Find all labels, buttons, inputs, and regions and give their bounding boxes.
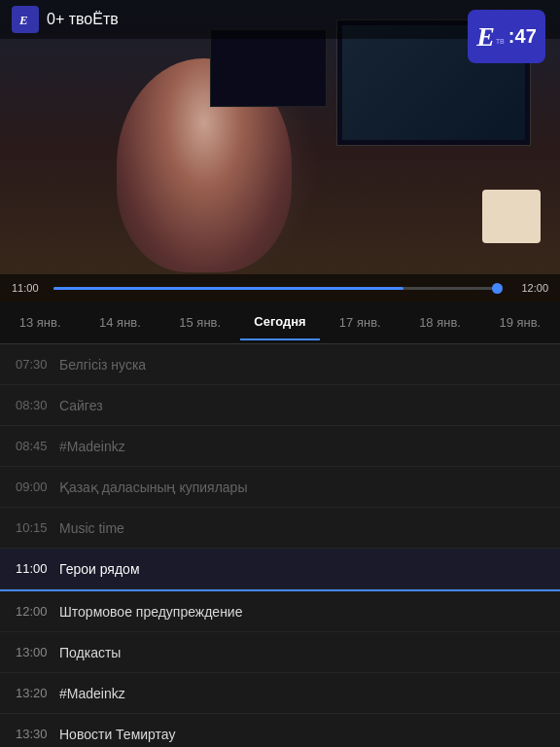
schedule-title: Белгісіз нуска [59,357,544,373]
schedule-time: 09:00 [16,480,59,494]
svg-text:Е: Е [18,13,28,27]
date-selector: 13 янв.14 янв.15 янв.Сегодня17 янв.18 ян… [0,302,560,344]
date-item-13-янв.[interactable]: 13 янв. [0,305,80,339]
schedule-time: 13:00 [16,645,59,659]
schedule-time: 11:00 [16,561,59,576]
schedule-item[interactable]: 12:00Штормовое предупреждение [0,591,560,632]
schedule-time: 13:20 [16,686,59,700]
time-end: 12:00 [509,282,548,294]
schedule-title: Штормовое предупреждение [59,604,544,620]
schedule-time: 10:15 [16,520,59,535]
date-item-18-янв.[interactable]: 18 янв. [400,305,479,339]
schedule-title: Новости Темиртау [59,727,544,742]
schedule-time: 07:30 [16,357,59,372]
channel-logo-small: Е [12,6,39,33]
logo-tv: тв [496,36,505,46]
schedule-item[interactable]: 07:30Белгісіз нуска [0,344,560,385]
progress-bar-area[interactable]: 11:00 12:00 [0,274,560,302]
schedule-time: 12:00 [16,604,59,619]
schedule-title: Сайгез [59,398,544,413]
schedule-item[interactable]: 10:15Music time [0,508,560,549]
date-item-Сегодня[interactable]: Сегодня [240,304,320,340]
logo-letter: Е [476,21,495,53]
schedule-item[interactable]: 09:00Қазақ даласының купиялары [0,467,560,508]
schedule-title: Music time [59,520,544,536]
top-bar-title: 0+ твоЁтв [47,11,119,28]
schedule-item[interactable]: 08:45#Madeinkz [0,426,560,467]
schedule-title: #Madeinkz [59,439,544,454]
schedule-item[interactable]: 13:20#Madeinkz [0,673,560,714]
logo-time: :47 [508,25,537,48]
progress-thumb[interactable] [492,283,503,294]
bg-mug [482,190,541,243]
time-start: 11:00 [12,282,46,294]
progress-bar[interactable] [53,287,502,290]
video-player[interactable]: Е 0+ твоЁтв Е тв :47 11:00 12:00 [0,0,560,302]
schedule-item[interactable]: 13:30Новости Темиртау [0,714,560,747]
schedule-list: 07:30Белгісіз нуска08:30Сайгез08:45#Made… [0,344,560,747]
schedule-time: 08:30 [16,398,59,412]
progress-fill [53,287,403,290]
schedule-time: 08:45 [16,439,59,453]
schedule-time: 13:30 [16,727,59,741]
schedule-item[interactable]: 11:00Герои рядом [0,549,560,589]
date-item-19-янв.[interactable]: 19 янв. [480,305,560,339]
channel-logo-big: Е тв :47 [468,10,545,63]
schedule-item[interactable]: 08:30Сайгез [0,385,560,426]
bg-screen-2 [210,29,327,107]
schedule-title: Қазақ даласының купиялары [59,480,544,495]
schedule-title: Подкасты [59,645,544,660]
date-item-14-янв.[interactable]: 14 янв. [80,305,159,339]
schedule-title: #Madeinkz [59,686,544,701]
schedule-title: Герои рядом [59,561,544,577]
date-item-17-янв.[interactable]: 17 янв. [320,305,400,339]
schedule-item[interactable]: 13:00Подкасты [0,632,560,673]
date-item-15-янв.[interactable]: 15 янв. [160,305,240,339]
